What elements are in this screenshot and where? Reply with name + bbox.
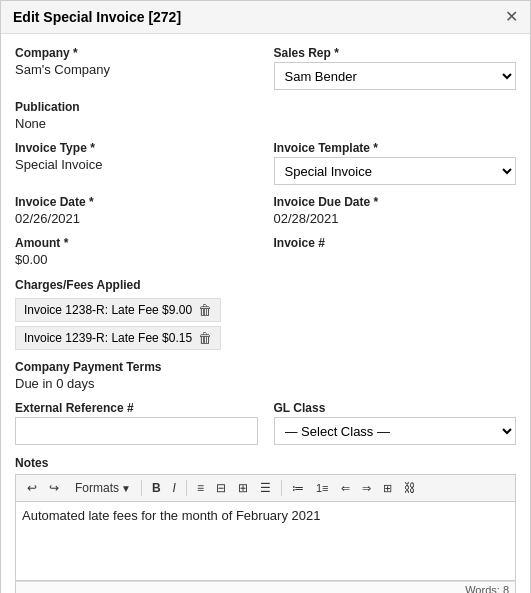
group-amount: Amount * $0.00 xyxy=(15,236,258,267)
separator-2 xyxy=(186,480,187,496)
modal-header: Edit Special Invoice [272] ✕ xyxy=(1,1,530,34)
modal-container: Edit Special Invoice [272] ✕ Company * S… xyxy=(0,0,531,593)
invoice-template-select[interactable]: Special Invoice xyxy=(274,157,517,185)
italic-button[interactable]: I xyxy=(168,479,181,497)
charge-text-2: Invoice 1239-R: Late Fee $0.15 xyxy=(24,331,192,345)
bold-button[interactable]: B xyxy=(147,479,166,497)
group-company: Company * Sam's Company xyxy=(15,46,258,90)
invoice-due-date-value: 02/28/2021 xyxy=(274,211,517,226)
row-publication: Publication None xyxy=(15,100,516,131)
align-center-button[interactable]: ⊟ xyxy=(211,479,231,497)
company-label: Company * xyxy=(15,46,258,60)
notes-content: Automated late fees for the month of Feb… xyxy=(22,508,320,523)
charge-text-1: Invoice 1238-R: Late Fee $9.00 xyxy=(24,303,192,317)
link-button[interactable]: ⛓ xyxy=(399,479,421,497)
publication-label: Publication xyxy=(15,100,516,114)
align-right-button[interactable]: ⊞ xyxy=(233,479,253,497)
group-invoice-date: Invoice Date * 02/26/2021 xyxy=(15,195,258,226)
charge-item-2: Invoice 1239-R: Late Fee $0.15 🗑 xyxy=(15,326,221,350)
group-gl-class: GL Class — Select Class — xyxy=(274,401,517,445)
ordered-list-button[interactable]: 1≡ xyxy=(311,480,334,496)
amount-label: Amount * xyxy=(15,236,258,250)
group-invoice-num: Invoice # xyxy=(274,236,517,267)
undo-button[interactable]: ↩ xyxy=(22,479,42,497)
sales-rep-select[interactable]: Sam Bender xyxy=(274,62,517,90)
row-dates: Invoice Date * 02/26/2021 Invoice Due Da… xyxy=(15,195,516,226)
notes-toolbar: ↩ ↪ Formats ▼ B I ≡ ⊟ ⊞ ☰ ≔ 1≡ ⇐ ⇒ xyxy=(15,474,516,501)
indent-less-button[interactable]: ⇐ xyxy=(336,480,355,497)
invoice-num-label: Invoice # xyxy=(274,236,517,250)
publication-value: None xyxy=(15,116,516,131)
invoice-due-date-label: Invoice Due Date * xyxy=(274,195,517,209)
invoice-type-value: Special Invoice xyxy=(15,157,258,172)
notes-section: Notes ↩ ↪ Formats ▼ B I ≡ ⊟ ⊞ ☰ xyxy=(15,455,516,593)
modal-body: Company * Sam's Company Sales Rep * Sam … xyxy=(1,34,530,593)
align-left-button[interactable]: ≡ xyxy=(192,479,209,497)
gl-class-select[interactable]: — Select Class — xyxy=(274,417,517,445)
words-count: Words: 8 xyxy=(465,584,509,593)
company-value: Sam's Company xyxy=(15,62,258,77)
invoice-type-label: Invoice Type * xyxy=(15,141,258,155)
row-amount-invoicenum: Amount * $0.00 Invoice # xyxy=(15,236,516,267)
delete-charge-2-icon[interactable]: 🗑 xyxy=(198,330,212,346)
indent-more-button[interactable]: ⇒ xyxy=(357,480,376,497)
group-external-ref: External Reference # xyxy=(15,401,258,445)
group-invoice-due-date: Invoice Due Date * 02/28/2021 xyxy=(274,195,517,226)
row-invoice-type-template: Invoice Type * Special Invoice Invoice T… xyxy=(15,141,516,185)
group-invoice-template: Invoice Template * Special Invoice xyxy=(274,141,517,185)
justify-button[interactable]: ☰ xyxy=(255,479,276,497)
invoice-date-value: 02/26/2021 xyxy=(15,211,258,226)
row-payment-terms: Company Payment Terms Due in 0 days xyxy=(15,360,516,391)
formats-arrow-icon: ▼ xyxy=(121,483,131,494)
gl-class-label: GL Class xyxy=(274,401,517,415)
unordered-list-button[interactable]: ≔ xyxy=(287,479,309,497)
group-payment-terms: Company Payment Terms Due in 0 days xyxy=(15,360,516,391)
table-button[interactable]: ⊞ xyxy=(378,480,397,497)
charges-label: Charges/Fees Applied xyxy=(15,278,141,292)
group-invoice-type: Invoice Type * Special Invoice xyxy=(15,141,258,185)
separator-3 xyxy=(281,480,282,496)
formats-button[interactable]: Formats ▼ xyxy=(70,479,136,497)
notes-footer: Words: 8 xyxy=(15,581,516,593)
invoice-template-label: Invoice Template * xyxy=(274,141,517,155)
notes-label: Notes xyxy=(15,456,48,470)
row-company-salesrep: Company * Sam's Company Sales Rep * Sam … xyxy=(15,46,516,90)
close-button[interactable]: ✕ xyxy=(505,9,518,25)
external-ref-label: External Reference # xyxy=(15,401,258,415)
payment-terms-value: Due in 0 days xyxy=(15,376,516,391)
undo-redo-group: ↩ ↪ xyxy=(22,479,64,497)
group-sales-rep: Sales Rep * Sam Bender xyxy=(274,46,517,90)
group-publication: Publication None xyxy=(15,100,516,131)
charge-item-1: Invoice 1238-R: Late Fee $9.00 🗑 xyxy=(15,298,221,322)
payment-terms-label: Company Payment Terms xyxy=(15,360,516,374)
invoice-date-label: Invoice Date * xyxy=(15,195,258,209)
charges-section: Charges/Fees Applied Invoice 1238-R: Lat… xyxy=(15,277,516,350)
redo-button[interactable]: ↪ xyxy=(44,479,64,497)
delete-charge-1-icon[interactable]: 🗑 xyxy=(198,302,212,318)
notes-area[interactable]: Automated late fees for the month of Feb… xyxy=(15,501,516,581)
external-ref-input[interactable] xyxy=(15,417,258,445)
row-extref-glclass: External Reference # GL Class — Select C… xyxy=(15,401,516,445)
separator-1 xyxy=(141,480,142,496)
formats-label: Formats xyxy=(75,481,119,495)
amount-value: $0.00 xyxy=(15,252,258,267)
sales-rep-label: Sales Rep * xyxy=(274,46,517,60)
modal-title: Edit Special Invoice [272] xyxy=(13,9,181,25)
